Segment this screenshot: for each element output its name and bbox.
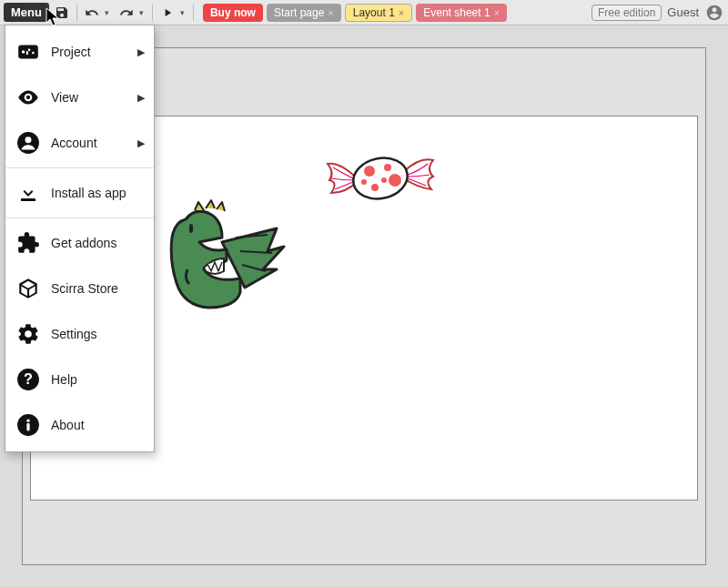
guest-label: Guest	[667, 5, 699, 19]
tab-label: Buy now	[210, 6, 256, 19]
redo-button[interactable]	[116, 3, 137, 23]
menu-item-about[interactable]: About	[5, 402, 154, 448]
tab-label: Layout 1	[353, 6, 395, 19]
tab-bar: Buy now Start page× Layout 1× Event shee…	[203, 4, 507, 22]
svg-rect-0	[189, 224, 193, 233]
sprite-dragon[interactable]	[158, 169, 295, 315]
menu-item-view[interactable]: View ▶	[5, 75, 154, 120]
svg-point-1	[349, 153, 411, 204]
svg-point-13	[26, 96, 30, 99]
tab-layout-1[interactable]: Layout 1×	[345, 4, 412, 22]
tab-label: Event sheet 1	[423, 6, 490, 19]
menu-item-install[interactable]: Install as app	[5, 170, 154, 216]
view-icon	[16, 86, 40, 109]
sprite-candy[interactable]	[322, 135, 440, 226]
menu-separator	[5, 167, 154, 168]
close-icon[interactable]: ×	[328, 7, 333, 18]
menu-button[interactable]: Menu	[4, 3, 49, 22]
menu-item-label: Help	[51, 372, 77, 387]
menu-item-addons[interactable]: Get addons	[5, 220, 154, 266]
menu-item-help[interactable]: ? Help	[5, 357, 154, 402]
svg-point-3	[384, 164, 391, 171]
close-icon[interactable]: ×	[399, 7, 404, 18]
redo-icon	[119, 5, 134, 20]
toolbar-separator	[152, 5, 153, 21]
menu-item-label: About	[51, 418, 85, 432]
svg-point-5	[371, 184, 379, 191]
redo-dropdown[interactable]: ▾	[139, 8, 148, 17]
play-icon	[161, 6, 174, 19]
svg-point-4	[389, 174, 401, 187]
main-menu-dropdown: Project ▶ View ▶ Account ▶ Install as ap…	[5, 25, 155, 452]
account-avatar[interactable]	[704, 3, 724, 23]
svg-text:?: ?	[24, 370, 33, 387]
menu-item-label: View	[51, 90, 78, 105]
close-icon[interactable]: ×	[494, 7, 500, 18]
user-circle-icon	[705, 4, 723, 22]
svg-point-2	[364, 166, 375, 177]
chevron-right-icon: ▶	[137, 46, 145, 58]
free-edition-badge[interactable]: Free edition	[592, 5, 662, 21]
tab-event-sheet-1[interactable]: Event sheet 1×	[416, 4, 507, 22]
account-icon	[16, 131, 40, 155]
menu-item-label: Settings	[51, 327, 97, 341]
menu-item-label: Install as app	[51, 186, 126, 200]
menu-item-label: Get addons	[51, 236, 116, 250]
top-toolbar: Menu ▾ ▾ ▾ Buy now Start page× Layout 1×…	[0, 0, 728, 25]
menu-item-label: Scirra Store	[51, 281, 118, 296]
help-icon: ?	[16, 368, 40, 391]
chevron-right-icon: ▶	[137, 137, 145, 149]
toolbar-separator	[193, 5, 194, 21]
toolbar-separator	[76, 5, 77, 21]
menu-item-store[interactable]: Scirra Store	[5, 266, 154, 311]
menu-separator	[5, 218, 154, 218]
svg-point-11	[32, 52, 35, 55]
tab-buy-now[interactable]: Buy now	[203, 4, 263, 22]
svg-point-15	[25, 137, 32, 143]
settings-icon	[16, 322, 40, 346]
menu-item-settings[interactable]: Settings	[5, 311, 154, 357]
account-group: Free edition Guest	[592, 3, 724, 23]
svg-point-7	[361, 179, 367, 185]
project-icon	[16, 40, 40, 64]
menu-item-account[interactable]: Account ▶	[5, 120, 154, 166]
svg-point-9	[22, 50, 25, 53]
chevron-right-icon: ▶	[137, 92, 145, 104]
svg-rect-20	[26, 423, 29, 431]
svg-point-19	[26, 419, 29, 421]
menu-item-label: Project	[51, 45, 91, 59]
tab-start-page[interactable]: Start page×	[267, 4, 341, 22]
svg-rect-12	[26, 51, 28, 55]
undo-button[interactable]	[81, 3, 103, 23]
addons-icon	[16, 231, 40, 255]
menu-item-label: Account	[51, 136, 97, 150]
undo-dropdown[interactable]: ▾	[105, 8, 114, 17]
tab-label: Start page	[274, 6, 324, 19]
undo-icon	[85, 5, 99, 20]
store-icon	[16, 277, 40, 300]
play-button[interactable]	[157, 3, 178, 23]
svg-point-10	[28, 49, 31, 52]
install-icon	[16, 181, 40, 205]
svg-point-6	[381, 177, 387, 183]
play-dropdown[interactable]: ▾	[180, 8, 189, 17]
save-button[interactable]	[51, 3, 73, 23]
menu-item-project[interactable]: Project ▶	[5, 29, 154, 75]
about-icon	[16, 413, 40, 437]
save-icon	[55, 5, 69, 20]
